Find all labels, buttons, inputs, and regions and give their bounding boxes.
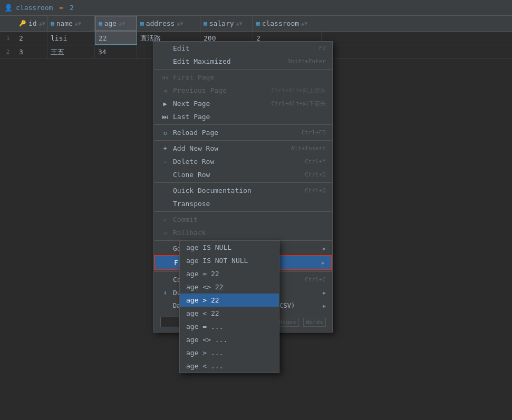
menu-label-commit: Commit xyxy=(173,216,326,223)
cell-name-2[interactable]: 王五 xyxy=(47,45,95,58)
menu-shortcut-edit-maximized: Shift+Enter xyxy=(287,58,326,65)
cell-name-1[interactable]: lisi xyxy=(47,32,95,45)
dump-data-icon: ⬇ xyxy=(160,289,170,297)
menu-item-delete-row[interactable]: − Delete Row Ctrl+Y xyxy=(154,155,332,168)
menu-shortcut-add-row: Alt+Insert xyxy=(291,145,326,152)
cell-age-1[interactable]: 22 xyxy=(95,32,137,45)
col-header-address[interactable]: ▦ address ▲▼ xyxy=(137,16,200,31)
menu-shortcut-reload: Ctrl+F5 xyxy=(302,129,326,136)
menu-label-edit-maximized: Edit Maximized xyxy=(173,57,277,65)
sort-arrow-name[interactable]: ▲▼ xyxy=(75,21,81,26)
menu-item-quick-doc[interactable]: Quick Documentation Ctrl+Q xyxy=(154,184,332,197)
menu-label-last-page: Last Page xyxy=(173,113,326,121)
prev-page-icon: ◀ xyxy=(160,87,170,94)
menu-label-add-row: Add New Row xyxy=(173,144,281,152)
menu-label-first-page: First Page xyxy=(173,73,315,81)
col-label-address: address xyxy=(146,19,175,27)
col-header-age[interactable]: ▦ age ▲▼ xyxy=(95,16,137,31)
column-headers: 🔑 id ▲▼ ▦ name ▲▼ ▦ age ▲▼ ▦ address ▲▼ … xyxy=(0,16,512,32)
col-label-id: id xyxy=(28,19,37,27)
menu-item-add-row[interactable]: + Add New Row Alt+Insert xyxy=(154,142,332,155)
goto-arrow: ▶ xyxy=(323,246,326,251)
table-icon-salary: ▦ xyxy=(204,20,207,27)
menu-item-edit-maximized[interactable]: Edit Maximized Shift+Enter xyxy=(154,55,332,68)
menu-shortcut-edit: F2 xyxy=(319,45,326,52)
commit-icon: ✔ xyxy=(160,216,170,223)
col-header-id[interactable]: 🔑 id ▲▼ xyxy=(16,16,47,31)
submenu-item-is-not-null[interactable]: age IS NOT NULL xyxy=(180,254,279,267)
col-header-name[interactable]: ▦ name ▲▼ xyxy=(47,16,95,31)
menu-label-delete-row: Delete Row xyxy=(173,158,294,165)
last-page-icon: ⏭ xyxy=(160,113,170,121)
key-icon: 🔑 xyxy=(19,20,26,27)
regex-btn[interactable]: Regex xyxy=(276,318,299,327)
filter-by-submenu: age IS NULL age IS NOT NULL age = 22 age… xyxy=(179,240,279,373)
menu-item-transpose[interactable]: Transpose xyxy=(154,197,332,210)
sort-arrow-age[interactable]: ▲▼ xyxy=(119,21,125,26)
row-num-2: 2 xyxy=(0,48,16,55)
divider-5 xyxy=(154,211,332,212)
cell-id-1[interactable]: 2 xyxy=(16,32,47,45)
menu-label-prev-page: Previous Page xyxy=(173,86,260,94)
table-icon-age: ▦ xyxy=(99,20,102,27)
filter-by-arrow: ▶ xyxy=(322,260,325,266)
menu-item-prev-page[interactable]: ◀ Previous Page Ctrl+Alt+向上箭头 xyxy=(154,84,332,97)
menu-shortcut-next-page: Ctrl+Alt+向下箭头 xyxy=(271,100,326,108)
sort-arrow-id[interactable]: ▲▼ xyxy=(39,21,45,26)
submenu-item-eq-22[interactable]: age = 22 xyxy=(180,267,279,280)
menu-item-last-page[interactable]: ⏭ Last Page xyxy=(154,110,332,123)
next-page-icon: ▶ xyxy=(160,100,170,108)
menu-shortcut-clone-row: Ctrl+D xyxy=(305,171,326,178)
top-bar-title: classroom = 2 xyxy=(16,4,74,12)
reload-icon: ↻ xyxy=(160,129,170,136)
data-extractor-arrow: ▶ xyxy=(323,303,326,309)
dump-data-arrow: ▶ xyxy=(323,290,326,296)
table-icon-name: ▦ xyxy=(51,20,54,27)
col-label-name: name xyxy=(56,19,73,27)
submenu-item-lt-dot[interactable]: age < ... xyxy=(180,359,279,373)
col-header-classroom[interactable]: ▦ classroom ▲▼ xyxy=(253,16,322,31)
sort-arrow-address[interactable]: ▲▼ xyxy=(177,21,183,26)
menu-item-reload[interactable]: ↻ Reload Page Ctrl+F5 xyxy=(154,126,332,139)
menu-label-edit: Edit xyxy=(173,44,308,52)
menu-item-clone-row[interactable]: Clone Row Ctrl+D xyxy=(154,168,332,181)
col-header-salary[interactable]: ▦ salary ▲▼ xyxy=(200,16,253,31)
table-icon-address: ▦ xyxy=(140,20,144,27)
menu-label-clone-row: Clone Row xyxy=(173,171,294,179)
menu-label-reload: Reload Page xyxy=(173,129,291,136)
menu-item-next-page[interactable]: ▶ Next Page Ctrl+Alt+向下箭头 xyxy=(154,97,332,110)
submenu-item-eq-dot[interactable]: age = ... xyxy=(180,320,279,333)
menu-shortcut-copy: Ctrl+C xyxy=(305,276,326,283)
menu-shortcut-quick-doc: Ctrl+Q xyxy=(305,187,326,194)
menu-label-quick-doc: Quick Documentation xyxy=(173,187,294,194)
divider-4 xyxy=(154,182,332,183)
cell-age-2[interactable]: 34 xyxy=(95,45,137,58)
top-bar: 👤 classroom = 2 xyxy=(0,0,512,16)
delete-row-icon: − xyxy=(160,158,170,165)
cell-id-2[interactable]: 3 xyxy=(16,45,47,58)
menu-item-rollback[interactable]: ↺ Rollback xyxy=(154,226,332,239)
words-btn[interactable]: Words xyxy=(303,318,326,327)
submenu-item-gt-dot[interactable]: age > ... xyxy=(180,346,279,359)
first-page-icon: ⏮ xyxy=(160,74,170,81)
row-num-1: 1 xyxy=(0,35,16,42)
menu-shortcut-prev-page: Ctrl+Alt+向上箭头 xyxy=(271,86,326,94)
sort-arrow-salary[interactable]: ▲▼ xyxy=(236,21,243,26)
menu-item-edit[interactable]: Edit F2 xyxy=(154,42,332,55)
sort-arrow-classroom[interactable]: ▲▼ xyxy=(301,21,307,26)
submenu-item-lt-22[interactable]: age < 22 xyxy=(180,307,279,320)
menu-item-first-page[interactable]: ⏮ First Page xyxy=(154,71,332,84)
rollback-icon: ↺ xyxy=(160,229,170,237)
add-row-icon: + xyxy=(160,145,170,152)
eq-sign: = xyxy=(59,4,67,12)
menu-item-commit[interactable]: ✔ Commit xyxy=(154,213,332,226)
col-label-classroom: classroom xyxy=(262,19,299,27)
submenu-item-is-null[interactable]: age IS NULL xyxy=(180,241,279,254)
submenu-item-gt-22[interactable]: age > 22 xyxy=(180,294,279,307)
submenu-item-neq-dot[interactable]: age <> ... xyxy=(180,333,279,346)
submenu-item-neq-22[interactable]: age <> 22 xyxy=(180,280,279,294)
menu-label-next-page: Next Page xyxy=(173,100,260,108)
divider-1 xyxy=(154,69,332,70)
col-label-age: age xyxy=(104,19,117,27)
divider-3 xyxy=(154,140,332,141)
